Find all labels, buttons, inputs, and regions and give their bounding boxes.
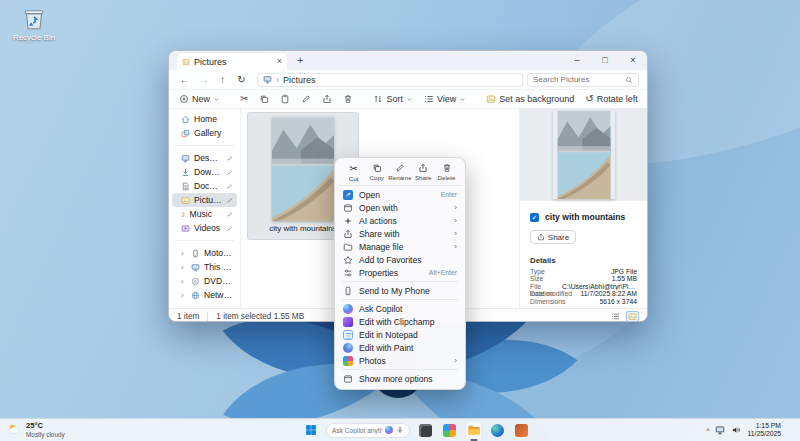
menu-item-open-with[interactable]: Open with ›	[338, 201, 462, 214]
tab-close-button[interactable]: ×	[277, 57, 282, 66]
forward-button[interactable]: →	[196, 74, 211, 85]
volume-icon[interactable]	[731, 425, 741, 435]
sidebar-item-gallery[interactable]: Gallery	[172, 126, 237, 140]
file-thumbnail	[272, 117, 334, 221]
taskbar: 25°C Mostly cloudy ^	[0, 418, 800, 441]
sidebar-item-this-pc[interactable]: › This PC	[172, 260, 237, 274]
menu-item-photos[interactable]: Photos ›	[338, 354, 462, 367]
menu-item-edit-in-notepad[interactable]: Edit in Notepad	[338, 328, 462, 341]
breadcrumb-location[interactable]: Pictures	[283, 75, 316, 85]
taskbar-search[interactable]	[326, 423, 410, 438]
view-button[interactable]: View	[420, 91, 470, 107]
photos-app-button[interactable]	[441, 421, 458, 440]
sidebar-item-videos[interactable]: Videos	[172, 221, 237, 235]
close-button[interactable]: ×	[619, 51, 647, 70]
expand-chevron-icon[interactable]: ›	[181, 277, 187, 286]
file-explorer-taskbar-button[interactable]	[465, 421, 482, 440]
up-button[interactable]: ↑	[215, 74, 230, 85]
edge-browser-button[interactable]	[489, 421, 506, 440]
share-icon	[537, 233, 545, 241]
quick-copy-button[interactable]: Copy	[365, 163, 388, 182]
sidebar-item-downloads[interactable]: Downloads	[172, 165, 237, 179]
search-icon	[625, 76, 633, 84]
tab-pictures[interactable]: Pictures ×	[177, 53, 287, 70]
menu-item-properties[interactable]: Properties Alt+Enter	[338, 266, 462, 279]
rotate-left-button[interactable]: ↺ Rotate left	[581, 91, 641, 107]
detail-row-location: File locationC:\Users\Abhi@tryr\Pictures	[520, 283, 647, 290]
sidebar-item-music[interactable]: ♪ Music	[172, 207, 237, 221]
new-button[interactable]: New	[175, 91, 224, 107]
copy-button[interactable]	[255, 91, 273, 107]
notepad-icon	[343, 330, 353, 340]
minimize-button[interactable]: –	[563, 51, 591, 70]
expand-chevron-icon[interactable]: ›	[181, 263, 187, 272]
details-view-toggle[interactable]	[609, 311, 622, 322]
refresh-button[interactable]: ↻	[234, 74, 249, 85]
menu-item-show-more-options[interactable]: Show more options	[338, 372, 462, 385]
back-button[interactable]: ←	[177, 74, 192, 85]
sidebar-item-phone[interactable]: › Moto Edge 50 N	[172, 246, 237, 260]
chevron-down-icon	[213, 96, 220, 103]
detail-row-type: TypeJPG File	[520, 268, 647, 275]
sidebar-item-desktop[interactable]: Desktop	[172, 151, 237, 165]
sidebar-item-documents[interactable]: Documents	[172, 179, 237, 193]
quick-share-button[interactable]: Share	[412, 163, 435, 182]
search-box[interactable]	[527, 73, 639, 87]
quick-cut-button[interactable]: ✂ Cut	[342, 163, 365, 182]
menu-item-send-to-phone[interactable]: Send to My Phone	[338, 284, 462, 297]
cut-button[interactable]: ✂	[236, 91, 252, 107]
menu-item-edit-with-clipchamp[interactable]: Edit with Clipchamp	[338, 315, 462, 328]
photos-icon	[343, 356, 353, 366]
preview-image[interactable]	[553, 111, 615, 199]
set-as-background-button[interactable]: Set as background	[482, 91, 578, 107]
breadcrumb[interactable]: › Pictures	[257, 73, 523, 87]
properties-icon	[343, 268, 353, 278]
expand-chevron-icon[interactable]: ›	[181, 249, 187, 258]
details-share-button[interactable]: Share	[530, 230, 576, 244]
sidebar-item-pictures[interactable]: Pictures	[172, 193, 237, 207]
menu-item-ai-actions[interactable]: AI actions ›	[338, 214, 462, 227]
menu-item-edit-with-paint[interactable]: Edit with Paint	[338, 341, 462, 354]
detail-row-size: Size1.55 MB	[520, 275, 647, 282]
network-tray-icon[interactable]	[715, 425, 725, 435]
sidebar-item-network[interactable]: › Network	[172, 288, 237, 302]
paste-button[interactable]	[276, 91, 294, 107]
maximize-button[interactable]: □	[591, 51, 619, 70]
rename-button[interactable]	[297, 91, 315, 107]
new-tab-button[interactable]: +	[297, 55, 303, 66]
hidden-icons-chevron[interactable]: ^	[706, 427, 709, 434]
delete-icon	[442, 163, 452, 173]
recycle-bin-shortcut[interactable]: Recycle Bin	[12, 6, 56, 42]
pin-icon	[226, 183, 233, 190]
taskbar-clock[interactable]: 1:15 PM 11/25/2025	[747, 422, 781, 439]
task-view-button[interactable]	[417, 421, 434, 440]
share-icon	[322, 94, 332, 104]
more-options-button[interactable]: …	[645, 91, 648, 107]
weather-widget[interactable]: 25°C Mostly cloudy	[0, 422, 170, 438]
cut-icon: ✂	[349, 163, 357, 174]
file-checkbox[interactable]: ✓	[530, 213, 539, 222]
sidebar-item-dvd-drive[interactable]: › DVD Drive (D:) C	[172, 274, 237, 288]
sidebar-item-home[interactable]: Home	[172, 112, 237, 126]
delete-button[interactable]	[339, 91, 357, 107]
search-input[interactable]	[533, 75, 625, 84]
menu-item-open[interactable]: ↗ Open Enter	[338, 188, 462, 201]
large-icons-view-toggle[interactable]	[626, 311, 639, 322]
quick-rename-button[interactable]: Rename	[389, 163, 412, 182]
share-button[interactable]	[318, 91, 336, 107]
menu-item-add-to-favorites[interactable]: Add to Favorites	[338, 253, 462, 266]
sort-button[interactable]: Sort	[369, 91, 417, 107]
new-icon	[179, 94, 189, 104]
expand-chevron-icon[interactable]: ›	[181, 291, 187, 300]
menu-item-share-with[interactable]: Share with ›	[338, 227, 462, 240]
store-app-icon	[515, 424, 528, 437]
store-app-button[interactable]	[513, 421, 530, 440]
tab-bar[interactable]: Pictures × + – □ ×	[169, 51, 647, 70]
menu-item-ask-copilot[interactable]: Ask Copilot	[338, 302, 462, 315]
quick-delete-button[interactable]: Delete	[435, 163, 458, 182]
rotate-left-icon: ↺	[585, 94, 593, 104]
start-button[interactable]	[302, 421, 319, 440]
taskbar-search-input[interactable]	[332, 427, 382, 434]
menu-item-manage-file[interactable]: Manage file ›	[338, 240, 462, 253]
star-icon	[343, 255, 353, 265]
